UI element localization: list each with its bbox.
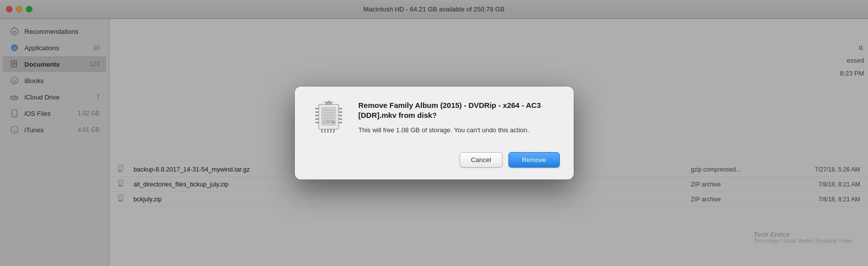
dialog: 1-23-NN Remove Family Album (2015) - DVD… bbox=[295, 87, 574, 179]
dialog-content: 1-23-NN Remove Family Album (2015) - DVD… bbox=[309, 100, 560, 140]
svg-rect-31 bbox=[315, 108, 319, 109]
svg-rect-37 bbox=[339, 111, 342, 113]
svg-rect-24 bbox=[326, 102, 328, 105]
svg-rect-36 bbox=[339, 108, 342, 109]
svg-rect-33 bbox=[315, 115, 319, 116]
svg-point-50 bbox=[328, 101, 330, 103]
svg-rect-35 bbox=[315, 122, 319, 123]
svg-rect-27 bbox=[324, 129, 326, 133]
svg-rect-28 bbox=[327, 129, 329, 133]
svg-rect-34 bbox=[315, 118, 319, 120]
svg-rect-26 bbox=[321, 129, 323, 133]
svg-text:1-23-NN: 1-23-NN bbox=[322, 120, 335, 124]
svg-rect-30 bbox=[333, 129, 335, 133]
remove-button[interactable]: Remove bbox=[508, 152, 559, 168]
svg-rect-29 bbox=[330, 129, 332, 133]
svg-rect-25 bbox=[330, 102, 332, 105]
dialog-text-area: Remove Family Album (2015) - DVDRip - x2… bbox=[359, 100, 560, 135]
svg-rect-38 bbox=[339, 115, 342, 116]
dialog-app-icon: 1-23-NN bbox=[309, 100, 349, 140]
cancel-button[interactable]: Cancel bbox=[460, 152, 502, 168]
dialog-buttons: Cancel Remove bbox=[309, 152, 560, 168]
dialog-message: This will free 1.08 GB of storage. You c… bbox=[359, 126, 560, 135]
svg-rect-40 bbox=[339, 122, 342, 123]
dialog-title: Remove Family Album (2015) - DVDRip - x2… bbox=[359, 100, 560, 121]
svg-rect-32 bbox=[315, 111, 319, 113]
modal-overlay: 1-23-NN Remove Family Album (2015) - DVD… bbox=[0, 0, 868, 266]
svg-rect-39 bbox=[339, 118, 342, 120]
